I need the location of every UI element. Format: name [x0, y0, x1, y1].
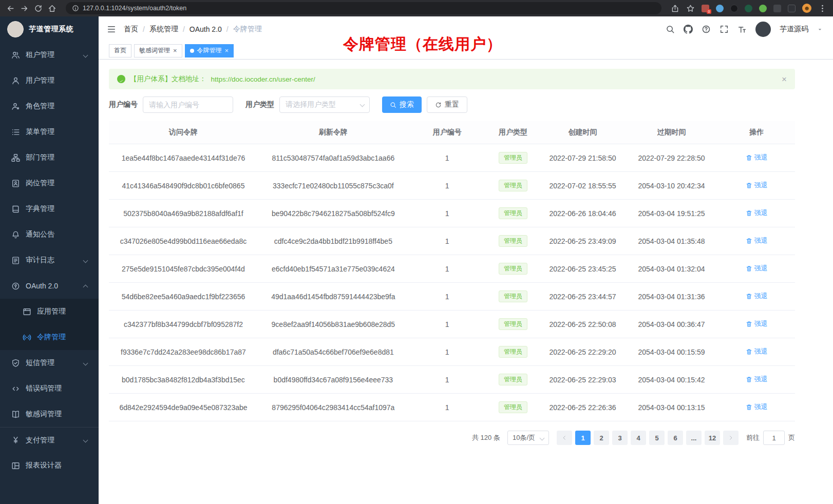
force-logout-button[interactable]: 强退	[746, 375, 768, 384]
close-tab-icon[interactable]: ×	[225, 47, 229, 54]
page-ellipsis[interactable]: ...	[686, 431, 702, 445]
sidebar-item-menu[interactable]: 菜单管理	[0, 119, 99, 145]
table-row: b0d1785bc3a8482f812db4a3f3bd15ecb0df4980…	[109, 366, 795, 394]
sidebar-item-oauth2-token[interactable]: 令牌管理	[0, 324, 99, 350]
browser-profile-avatar[interactable]: ☻	[802, 4, 811, 13]
force-logout-button[interactable]: 强退	[746, 402, 768, 412]
sidebar-item-pay[interactable]: 支付管理	[0, 427, 99, 453]
sidebar-item-notice[interactable]: 通知公告	[0, 222, 99, 247]
breadcrumb-item[interactable]: OAuth 2.0	[190, 25, 222, 33]
sidebar-item-post[interactable]: 岗位管理	[0, 170, 99, 196]
page-button-4[interactable]: 4	[631, 431, 646, 445]
page-size-select[interactable]: 10条/页	[507, 431, 549, 445]
page-button-1[interactable]: 1	[575, 431, 591, 445]
sidebar-item-label: 敏感词管理	[26, 410, 62, 419]
user-id-cell: 1	[409, 172, 486, 200]
search-button[interactable]: 搜索	[382, 96, 422, 113]
reset-button-label: 重置	[445, 100, 459, 109]
sidebar-item-oauth2[interactable]: OAuth 2.0	[0, 273, 99, 299]
font-size-icon[interactable]	[737, 25, 747, 34]
help-icon[interactable]	[702, 25, 711, 34]
back-icon[interactable]	[6, 4, 15, 13]
sidebar-item-role[interactable]: 角色管理	[0, 93, 99, 119]
browser-extension-icon[interactable]	[773, 5, 781, 12]
sidebar-item-oauth2-app[interactable]: 应用管理	[0, 299, 99, 324]
force-logout-button[interactable]: 强退	[746, 181, 768, 190]
sidebar: 芋道管理系统 租户管理用户管理角色管理菜单管理部门管理岗位管理字典管理通知公告审…	[0, 16, 99, 504]
user-id-input[interactable]	[143, 96, 233, 113]
browser-extension-icon[interactable]	[716, 5, 724, 12]
chevron-down-icon[interactable]	[817, 27, 823, 32]
force-logout-label: 强退	[754, 153, 768, 162]
page-button-6[interactable]: 6	[668, 431, 683, 445]
user-avatar[interactable]	[755, 22, 771, 37]
page-button-3[interactable]: 3	[612, 431, 628, 445]
goto-page-input[interactable]	[763, 431, 785, 445]
sidebar-item-label: 部门管理	[26, 153, 54, 162]
share-icon[interactable]	[671, 4, 679, 13]
tab-sensitive-word[interactable]: 敏感词管理×	[134, 44, 182, 57]
next-page-button[interactable]	[723, 431, 739, 445]
page-button-5[interactable]: 5	[649, 431, 665, 445]
force-logout-button[interactable]: 强退	[746, 292, 768, 301]
user-type-badge: 管理员	[499, 318, 527, 330]
collapse-sidebar-icon[interactable]	[107, 25, 116, 34]
site-info-icon[interactable]	[72, 5, 79, 12]
side-panel-icon[interactable]	[788, 5, 796, 12]
browser-extension-icon[interactable]: 0	[702, 5, 709, 12]
home-icon[interactable]	[48, 4, 56, 13]
page-button-2[interactable]: 2	[594, 431, 609, 445]
forward-icon[interactable]	[20, 4, 29, 13]
browser-extension-icon[interactable]	[745, 5, 752, 12]
tenant-icon	[11, 51, 20, 60]
force-logout-button[interactable]: 强退	[746, 347, 768, 356]
browser-extension-icon[interactable]	[730, 5, 738, 12]
user-type-badge: 管理员	[499, 152, 527, 164]
force-logout-button[interactable]: 强退	[746, 319, 768, 328]
tab-label: 首页	[114, 46, 126, 55]
close-tab-icon[interactable]: ×	[173, 47, 177, 54]
user-type-badge: 管理员	[499, 401, 527, 413]
sidebar-item-label: 短信管理	[26, 358, 54, 367]
force-logout-button[interactable]: 强退	[746, 153, 768, 162]
sidebar-item-tenant[interactable]: 租户管理	[0, 42, 99, 68]
breadcrumb-item[interactable]: 首页	[124, 25, 138, 34]
url-text: 127.0.0.1:1024/system/oauth2/token	[83, 5, 186, 12]
tab-token[interactable]: 令牌管理×	[185, 44, 234, 57]
app-logo-area[interactable]: 芋道管理系统	[0, 16, 99, 42]
pay-icon	[11, 436, 20, 444]
sidebar-item-report-designer[interactable]: 报表设计器	[0, 453, 99, 478]
sidebar-item-dept[interactable]: 部门管理	[0, 145, 99, 170]
user-name[interactable]: 芋道源码	[780, 25, 808, 34]
sidebar-item-dict[interactable]: 字典管理	[0, 196, 99, 222]
force-logout-button[interactable]: 强退	[746, 236, 768, 245]
previous-page-button[interactable]	[557, 431, 572, 445]
browser-chrome: 127.0.0.1:1024/system/oauth2/token 0 ☻	[0, 0, 833, 16]
browser-extension-icon[interactable]	[759, 5, 767, 12]
force-logout-button[interactable]: 强退	[746, 264, 768, 273]
search-icon[interactable]	[666, 25, 675, 34]
page-button-12[interactable]: 12	[705, 431, 720, 445]
github-icon[interactable]	[684, 25, 693, 34]
reload-icon[interactable]	[34, 4, 43, 13]
user-type-select[interactable]: 请选择用户类型	[279, 96, 370, 113]
address-bar[interactable]: 127.0.0.1:1024/system/oauth2/token	[66, 2, 661, 14]
force-logout-button[interactable]: 强退	[746, 208, 768, 218]
sidebar-item-error-code[interactable]: 错误码管理	[0, 376, 99, 401]
bookmark-star-icon[interactable]	[686, 4, 695, 13]
tab-home[interactable]: 首页	[109, 44, 131, 57]
close-alert-icon[interactable]: ×	[782, 75, 787, 84]
doc-link[interactable]: https://doc.iocoder.cn/user-center/	[211, 75, 315, 83]
breadcrumb-item[interactable]: 系统管理	[149, 25, 178, 34]
sidebar-item-audit-log[interactable]: 审计日志	[0, 247, 99, 273]
reset-button[interactable]: 重置	[427, 96, 467, 113]
sidebar-item-sms[interactable]: 短信管理	[0, 350, 99, 376]
sidebar-item-user[interactable]: 用户管理	[0, 68, 99, 93]
browser-menu-icon[interactable]	[818, 4, 827, 13]
app-title: 芋道管理系统	[29, 25, 73, 34]
trash-icon	[746, 265, 752, 272]
fullscreen-icon[interactable]	[720, 25, 729, 34]
audit-icon	[11, 256, 20, 265]
sidebar-item-sensitive-word[interactable]: 敏感词管理	[0, 401, 99, 427]
action-cell: 强退	[718, 366, 795, 394]
